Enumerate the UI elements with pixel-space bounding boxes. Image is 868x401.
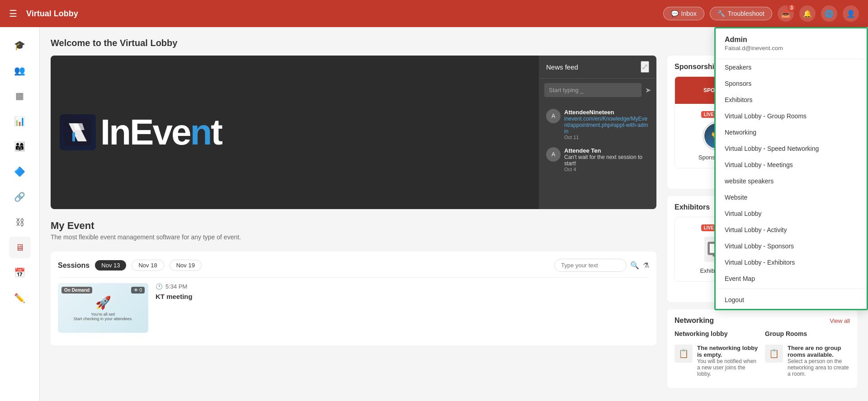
dropdown-item-exhibitors[interactable]: Exhibitors <box>716 92 867 108</box>
dropdown-item-meetings[interactable]: Virtual Lobby - Meetings <box>716 157 867 173</box>
sidebar-item-integrations[interactable]: 🔷 <box>9 161 31 182</box>
banner-news-section: InEvent News feed ⤢ ➤ <box>51 56 656 209</box>
group-rooms-title: Group Rooms <box>765 330 850 337</box>
news-feed-input[interactable] <box>544 83 642 97</box>
sessions-title: Sessions <box>58 261 90 270</box>
notification-badge: 3 <box>788 4 796 12</box>
sponsorship-title: Sponsorship <box>675 63 719 71</box>
session-name-1: KT meeting <box>156 293 649 300</box>
dropdown-logout-button[interactable]: Logout <box>716 291 867 309</box>
notifications-button[interactable]: 📥 3 <box>778 5 794 22</box>
message-author-1: AttendeeNineteen <box>564 109 649 116</box>
sidebar-item-links[interactable]: 🔗 <box>9 186 31 208</box>
troubleshoot-button[interactable]: 🔧 Troubleshoot <box>710 7 772 20</box>
dropdown-user-email: Faisal.d@inevent.com <box>725 45 858 51</box>
group-rooms-empty: 📋 There are no group rooms available. Se… <box>765 341 850 381</box>
exhibitors-title: Exhibitors <box>675 203 710 211</box>
viewer-count-badge: 👁 0 <box>131 287 145 294</box>
user-dropdown-menu: Admin Faisal.d@inevent.com Speakers Spon… <box>714 27 868 310</box>
bell-button[interactable]: 🔔 <box>799 5 816 22</box>
news-message-1: A AttendeeNineteen inevent.com/en/Knowle… <box>542 105 653 144</box>
group-rooms-icon: 📋 <box>765 345 783 363</box>
news-feed-title: News feed <box>546 63 578 71</box>
networking-lobby-empty: 📋 The networking lobby is empty. You wil… <box>675 341 760 381</box>
dropdown-item-sponsors[interactable]: Sponsors <box>716 75 867 92</box>
networking-empty-desc: You will be notified when a new user joi… <box>697 358 760 377</box>
networking-view-all[interactable]: View all <box>830 317 850 324</box>
attendee-avatar-2: A <box>546 147 561 162</box>
dropdown-item-virtual-sponsors[interactable]: Virtual Lobby - Sponsors <box>716 238 867 254</box>
event-banner: InEvent <box>51 56 539 209</box>
networking-icon: 📋 <box>675 345 693 363</box>
sidebar-item-analytics[interactable]: 📊 <box>9 110 31 132</box>
dropdown-item-activity[interactable]: Virtual Lobby - Activity <box>716 222 867 238</box>
sessions-search-button[interactable]: 🔍 <box>630 261 639 270</box>
dropdown-item-speed-networking[interactable]: Virtual Lobby - Speed Networking <box>716 140 867 157</box>
dropdown-item-speakers[interactable]: Speakers <box>716 59 867 75</box>
group-rooms-empty-desc: Select a person on the networking area t… <box>788 358 850 377</box>
message-link-1[interactable]: inevent.com/en/Knowledge/MyEvent/appoint… <box>564 116 649 135</box>
news-expand-button[interactable]: ⤢ <box>641 61 649 73</box>
event-description: The most flexible event management softw… <box>51 233 656 241</box>
networking-empty-title: The networking lobby is empty. <box>697 345 760 358</box>
left-sidebar: 🎓 👥 ▦ 📊 👨‍👩‍👧 🔷 🔗 ⛓ 🖥 📅 ✏️ <box>0 27 40 401</box>
sessions-section: Sessions Nov 13 Nov 18 Nov 19 🔍 ⚗ 🚀 You <box>51 252 656 345</box>
networking-header: Networking View all <box>675 317 850 325</box>
message-text-2: Can't wait for the next session to start… <box>564 154 649 167</box>
networking-lobby-section: Networking lobby 📋 The networking lobby … <box>675 330 760 381</box>
news-messages-list: A AttendeeNineteen inevent.com/en/Knowle… <box>539 102 656 209</box>
dropdown-item-group-rooms[interactable]: Virtual Lobby - Group Rooms <box>716 108 867 124</box>
send-message-button[interactable]: ➤ <box>645 86 651 94</box>
sidebar-item-people[interactable]: 👥 <box>9 60 31 81</box>
avatar-button[interactable]: 👤 <box>843 5 859 22</box>
inbox-button[interactable]: 💬 Inbox <box>663 7 704 20</box>
top-navigation: ☰ Virtual Lobby 💬 Inbox 🔧 Troubleshoot 📥… <box>0 0 868 27</box>
networking-section: Networking View all Networking lobby 📋 T… <box>667 309 857 388</box>
banner-text: InEvent <box>100 112 222 153</box>
sidebar-item-grid[interactable]: ▦ <box>9 85 31 107</box>
dropdown-item-event-map[interactable]: Event Map <box>716 270 867 287</box>
session-date-nov19[interactable]: Nov 19 <box>170 260 202 271</box>
event-info: My Event The most flexible event managem… <box>51 216 656 244</box>
group-rooms-section: Group Rooms 📋 There are no group rooms a… <box>765 330 850 381</box>
group-rooms-empty-title: There are no group rooms available. <box>788 345 850 358</box>
on-demand-badge: On Demand <box>61 287 92 294</box>
message-time-2: Oct 4 <box>564 167 649 172</box>
app-title: Virtual Lobby <box>26 9 663 19</box>
sessions-search: 🔍 ⚗ <box>554 259 649 272</box>
sidebar-item-calendar[interactable]: 📅 <box>9 262 31 284</box>
news-input-row: ➤ <box>539 79 656 102</box>
left-panel: InEvent News feed ⤢ ➤ <box>51 56 656 388</box>
networking-lobby-title: Networking lobby <box>675 330 760 337</box>
event-name: My Event <box>51 220 656 232</box>
clock-icon: 🕐 <box>156 283 163 290</box>
session-date-nov18[interactable]: Nov 18 <box>132 260 164 271</box>
bell-icon: 🔔 <box>803 9 812 18</box>
networking-title: Networking <box>675 317 714 325</box>
hamburger-menu[interactable]: ☰ <box>9 8 17 19</box>
sessions-filter-button[interactable]: ⚗ <box>643 261 649 270</box>
sidebar-item-chain[interactable]: ⛓ <box>9 211 31 233</box>
dropdown-item-virtual-lobby[interactable]: Virtual Lobby <box>716 205 867 222</box>
news-message-2: A Attendee Ten Can't wait for the next s… <box>542 144 653 176</box>
sessions-search-input[interactable] <box>554 259 627 272</box>
dropdown-item-website[interactable]: Website <box>716 189 867 205</box>
globe-icon: 🌐 <box>825 9 834 18</box>
session-card-1: 🚀 You're all set!Start checking in your … <box>58 277 649 338</box>
globe-button[interactable]: 🌐 <box>821 5 837 22</box>
dropdown-item-networking[interactable]: Networking <box>716 124 867 140</box>
sidebar-item-attendees[interactable]: 👨‍👩‍👧 <box>9 135 31 157</box>
message-author-2: Attendee Ten <box>564 147 649 154</box>
dropdown-user-section: Admin Faisal.d@inevent.com <box>716 28 867 59</box>
attendee-avatar-1: A <box>546 109 561 123</box>
sessions-header: Sessions Nov 13 Nov 18 Nov 19 🔍 ⚗ <box>58 259 649 272</box>
session-time-1: 🕐 5:34 PM <box>156 283 649 290</box>
brand-logo-icon <box>60 114 96 150</box>
dropdown-item-virtual-exhibitors[interactable]: Virtual Lobby - Exhibitors <box>716 254 867 270</box>
sidebar-item-user-edit[interactable]: ✏️ <box>9 287 31 309</box>
sidebar-item-learning[interactable]: 🎓 <box>9 34 31 56</box>
news-feed-header: News feed ⤢ <box>539 56 656 79</box>
session-date-nov13[interactable]: Nov 13 <box>95 260 126 270</box>
dropdown-item-website-speakers[interactable]: website speakers <box>716 173 867 189</box>
sidebar-item-monitor[interactable]: 🖥 <box>9 237 31 258</box>
